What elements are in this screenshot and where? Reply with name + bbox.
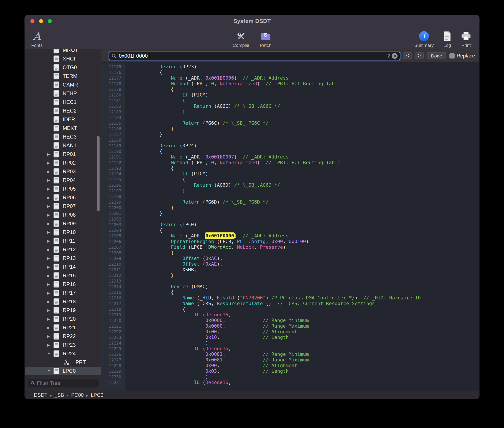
disclosure-triangle[interactable]: ▶ <box>47 213 53 217</box>
tree-item-rp23[interactable]: ▶RP23 <box>25 341 101 349</box>
disclosure-triangle[interactable]: ▶ <box>47 187 53 191</box>
tree-item-rp01[interactable]: ▶RP01 <box>25 150 101 158</box>
breadcrumb-item-pc00[interactable]: PC00 <box>71 392 84 398</box>
log-label: Log <box>443 43 451 48</box>
disclosure-triangle[interactable]: ▶ <box>47 274 53 278</box>
disclosure-triangle[interactable]: ▶ <box>47 291 53 295</box>
tree-item-mrot[interactable]: MROT <box>25 49 101 54</box>
line-number: 12203 <box>101 222 121 227</box>
tree-item-hec1[interactable]: HEC1 <box>25 98 101 107</box>
tree-item-rp04[interactable]: ▶RP04 <box>25 176 101 184</box>
tree-item-nthp[interactable]: NTHP <box>25 89 101 98</box>
tree-item-rp03[interactable]: ▶RP03 <box>25 167 101 176</box>
code-editor[interactable]: 1217512176121771217812179121801218112182… <box>101 63 479 391</box>
disclosure-triangle[interactable]: ▶ <box>47 204 53 208</box>
sidebar-scrollbar[interactable] <box>97 136 99 211</box>
replace-toggle[interactable]: Replace <box>449 53 476 59</box>
tree-item-rp24[interactable]: ▼RP24 <box>25 349 101 358</box>
disclosure-triangle[interactable]: ▶ <box>47 170 53 174</box>
tree-item-mekt[interactable]: MEKT <box>25 124 101 132</box>
tree-item-hec2[interactable]: HEC2 <box>25 107 101 115</box>
patch-button[interactable]: ⚙ Patch <box>260 29 272 48</box>
find-previous-button[interactable]: < <box>403 52 412 59</box>
tree-item-rp19[interactable]: ▶RP19 <box>25 306 101 315</box>
find-field[interactable]: 0x001F0000 2 × <box>109 52 400 60</box>
tree-item-rp22[interactable]: ▶RP22 <box>25 332 101 341</box>
tree-item-hec3[interactable]: HEC3 <box>25 132 101 141</box>
disclosure-triangle[interactable]: ▼ <box>47 369 53 373</box>
device-icon <box>53 341 60 348</box>
tree-item-label: RP01 <box>63 152 76 157</box>
disclosure-triangle[interactable]: ▶ <box>47 265 53 269</box>
tree-item-rp21[interactable]: ▶RP21 <box>25 323 101 332</box>
filter-tree-field[interactable]: Filter Tree <box>28 379 98 387</box>
disclosure-triangle[interactable]: ▶ <box>47 300 53 304</box>
device-icon <box>53 185 60 192</box>
tree-item-nan1[interactable]: NAN1 <box>25 141 101 150</box>
tree-item-otg0[interactable]: OTG0 <box>25 63 101 72</box>
code-line-12218: { <box>136 306 479 312</box>
disclosure-triangle[interactable]: ▶ <box>47 334 53 338</box>
disclosure-triangle[interactable]: ▶ <box>47 152 53 156</box>
code-token: , <box>217 335 263 340</box>
tree-item-rp02[interactable]: ▶RP02 <box>25 158 101 167</box>
disclosure-triangle[interactable]: ▶ <box>47 230 53 234</box>
tree-item-rp18[interactable]: ▶RP18 <box>25 297 101 306</box>
breadcrumb-item-_sb[interactable]: _SB <box>55 392 64 398</box>
disclosure-triangle[interactable]: ▶ <box>47 178 53 182</box>
tree-item-rp09[interactable]: ▶RP09 <box>25 219 101 228</box>
disclosure-triangle[interactable]: ▼ <box>47 352 53 356</box>
search-scope-icon[interactable] <box>112 54 117 58</box>
print-button[interactable]: Print <box>461 29 471 48</box>
disclosure-triangle[interactable]: ▶ <box>47 222 53 226</box>
breadcrumb-item-dsdt[interactable]: DSDT <box>34 392 48 398</box>
breadcrumb-item-lpc0[interactable]: LPC0 <box>91 392 103 398</box>
log-button[interactable]: Log <box>442 29 452 48</box>
disclosure-triangle[interactable]: ▶ <box>47 161 53 165</box>
code-token: Return <box>194 182 211 188</box>
done-button[interactable]: Done <box>427 52 446 59</box>
tree-item-lpc0[interactable]: ▼LPC0 <box>25 367 101 375</box>
tree-item-rp20[interactable]: ▶RP20 <box>25 315 101 323</box>
tree-item-label: LPC0 <box>63 368 76 374</box>
fonts-button[interactable]: A Fonts <box>31 29 43 48</box>
disclosure-triangle[interactable]: ▶ <box>47 239 53 243</box>
disclosure-triangle[interactable]: ▶ <box>47 256 53 260</box>
code-token: Name <box>182 295 194 301</box>
find-next-button[interactable]: > <box>415 52 423 59</box>
tree-item-rp07[interactable]: ▶RP07 <box>25 202 101 211</box>
tree-item-term[interactable]: TERM <box>25 72 101 81</box>
disclosure-triangle[interactable]: ▶ <box>47 343 53 347</box>
code-line-12202 <box>136 216 479 222</box>
disclosure-triangle[interactable]: ▶ <box>47 196 53 200</box>
tree-item-rp06[interactable]: ▶RP06 <box>25 193 101 202</box>
clear-search-button[interactable]: × <box>392 53 397 59</box>
tree-item-rp15[interactable]: ▶RP15 <box>25 271 101 280</box>
tree-item-rp05[interactable]: ▶RP05 <box>25 184 101 193</box>
tree-item-rp08[interactable]: ▶RP08 <box>25 211 101 219</box>
replace-checkbox[interactable] <box>449 53 455 58</box>
tree-item-rp17[interactable]: ▶RP17 <box>25 288 101 297</box>
tree-item-rp11[interactable]: ▶RP11 <box>25 237 101 245</box>
disclosure-triangle[interactable]: ▶ <box>47 308 53 313</box>
tree-item-rp16[interactable]: ▶RP16 <box>25 280 101 288</box>
line-number: 12193 <box>101 165 121 171</box>
tree-item-_prt[interactable]: _PRT <box>25 358 101 367</box>
summary-button[interactable]: i Summary <box>414 29 434 48</box>
tree-item-camr[interactable]: CAMR <box>25 81 101 89</box>
tree-item-rp12[interactable]: ▶RP12 <box>25 245 101 254</box>
tree-item-ider[interactable]: IDER <box>25 115 101 124</box>
tree-item-label: RP05 <box>63 186 76 191</box>
disclosure-triangle[interactable]: ▶ <box>47 248 53 252</box>
tree-item-rp13[interactable]: ▶RP13 <box>25 254 101 263</box>
tree-item-xhci[interactable]: XHCI <box>25 54 101 63</box>
code-view[interactable]: Device (RP23) { Name (_ADR, 0x001B0006) … <box>125 63 479 391</box>
disclosure-triangle[interactable]: ▶ <box>47 317 53 321</box>
tree-item-rp10[interactable]: ▶RP10 <box>25 228 101 237</box>
disclosure-triangle[interactable]: ▶ <box>47 326 53 330</box>
compile-button[interactable]: Compile <box>233 29 249 48</box>
code-line-12205: Name (_ADR, 0x001F0000) // _ADR: Address <box>136 233 479 239</box>
tree-item-rp14[interactable]: ▶RP14 <box>25 263 101 271</box>
code-token: NoLock <box>237 244 254 250</box>
disclosure-triangle[interactable]: ▶ <box>47 282 53 286</box>
